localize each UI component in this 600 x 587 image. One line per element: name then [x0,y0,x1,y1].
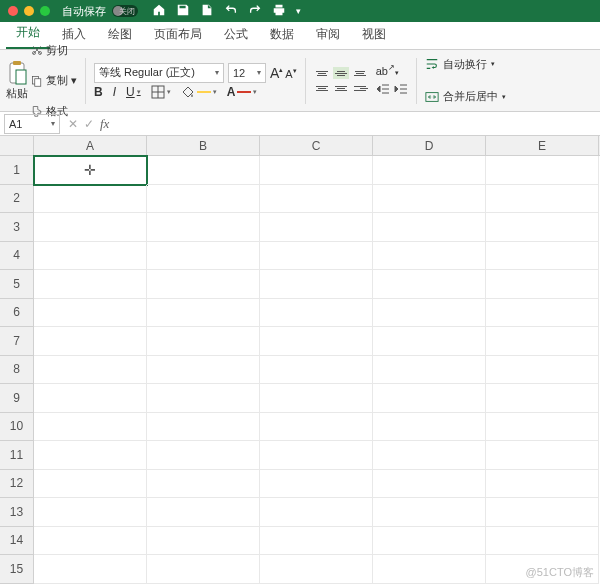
cell[interactable] [373,213,486,242]
fx-icon[interactable]: fx [100,116,109,132]
cell[interactable] [486,356,599,385]
cell[interactable] [486,470,599,499]
cell[interactable] [486,156,599,185]
row-header[interactable]: 7 [0,327,34,356]
col-header-E[interactable]: E [486,136,599,155]
row-header[interactable]: 3 [0,213,34,242]
align-right-icon[interactable] [352,82,368,94]
maximize-window-button[interactable] [40,6,50,16]
copy-button[interactable]: 复制▾ [31,66,77,95]
cell[interactable] [147,356,260,385]
cell[interactable] [486,327,599,356]
cell[interactable] [147,327,260,356]
undo-icon[interactable] [224,3,238,19]
cell[interactable] [373,327,486,356]
cell[interactable] [260,413,373,442]
cell[interactable] [486,441,599,470]
cell[interactable] [486,213,599,242]
align-top-icon[interactable] [314,67,330,79]
cell[interactable] [147,185,260,214]
cell[interactable] [373,527,486,556]
cell[interactable] [373,299,486,328]
cell[interactable] [34,270,147,299]
align-bottom-icon[interactable] [352,67,368,79]
cell[interactable] [260,555,373,584]
merge-center-button[interactable]: 合并后居中▾ [425,83,506,112]
row-header[interactable]: 11 [0,441,34,470]
cell[interactable] [373,242,486,271]
wrap-text-button[interactable]: 自动换行▾ [425,50,506,79]
increase-font-icon[interactable]: A▴ [270,65,283,81]
tab-draw[interactable]: 绘图 [98,20,142,49]
home-icon[interactable] [152,3,166,19]
cell[interactable] [486,299,599,328]
qat-dropdown-icon[interactable]: ▾ [296,6,301,16]
row-header[interactable]: 4 [0,242,34,271]
new-icon[interactable] [200,3,214,19]
cell[interactable] [147,470,260,499]
orientation-button[interactable]: ab↗▾ [376,63,408,77]
cell[interactable] [486,498,599,527]
cell[interactable] [373,185,486,214]
cell[interactable] [260,356,373,385]
row-header[interactable]: 9 [0,384,34,413]
redo-icon[interactable] [248,3,262,19]
fill-color-button[interactable]: ▾ [181,85,217,99]
cell[interactable] [260,384,373,413]
cell[interactable] [34,498,147,527]
cell[interactable] [260,498,373,527]
close-window-button[interactable] [8,6,18,16]
increase-indent-icon[interactable] [394,83,408,98]
paste-label[interactable]: 粘贴 [6,86,28,101]
cell[interactable] [260,327,373,356]
col-header-D[interactable]: D [373,136,486,155]
cell[interactable] [147,270,260,299]
col-header-A[interactable]: A [34,136,147,155]
cell[interactable] [34,327,147,356]
cell[interactable] [34,242,147,271]
cell[interactable] [34,356,147,385]
paste-icon[interactable] [6,60,28,86]
cell[interactable] [34,384,147,413]
bold-button[interactable]: B [94,85,103,99]
row-header[interactable]: 15 [0,555,34,584]
cell[interactable] [486,242,599,271]
minimize-window-button[interactable] [24,6,34,16]
cell[interactable] [373,270,486,299]
cell[interactable] [373,356,486,385]
cell[interactable] [373,498,486,527]
cell[interactable] [260,156,373,185]
border-button[interactable]: ▾ [151,85,171,99]
cell[interactable] [34,413,147,442]
cell[interactable] [147,156,260,185]
formula-input[interactable] [117,114,600,134]
cell[interactable] [486,413,599,442]
underline-button[interactable]: U▾ [126,85,141,99]
row-header[interactable]: 5 [0,270,34,299]
row-header[interactable]: 6 [0,299,34,328]
tab-data[interactable]: 数据 [260,20,304,49]
name-box[interactable]: A1▾ [4,114,60,134]
cell[interactable] [373,555,486,584]
cell[interactable] [147,527,260,556]
cell[interactable] [260,441,373,470]
tab-page-layout[interactable]: 页面布局 [144,20,212,49]
align-middle-icon[interactable] [333,67,349,79]
cell[interactable] [147,242,260,271]
cell[interactable] [147,413,260,442]
cell[interactable] [373,384,486,413]
cell[interactable] [147,498,260,527]
cell[interactable] [260,527,373,556]
decrease-font-icon[interactable]: A▾ [285,67,296,80]
cell[interactable] [34,441,147,470]
accept-formula-icon[interactable]: ✓ [84,117,94,131]
tab-view[interactable]: 视图 [352,20,396,49]
row-header[interactable]: 8 [0,356,34,385]
cell[interactable] [34,555,147,584]
autosave-toggle[interactable]: 关闭 [112,5,138,17]
font-name-select[interactable]: 等线 Regular (正文)▾ [94,63,224,83]
cell[interactable] [147,555,260,584]
cell[interactable] [260,470,373,499]
cell[interactable] [147,299,260,328]
col-header-B[interactable]: B [147,136,260,155]
